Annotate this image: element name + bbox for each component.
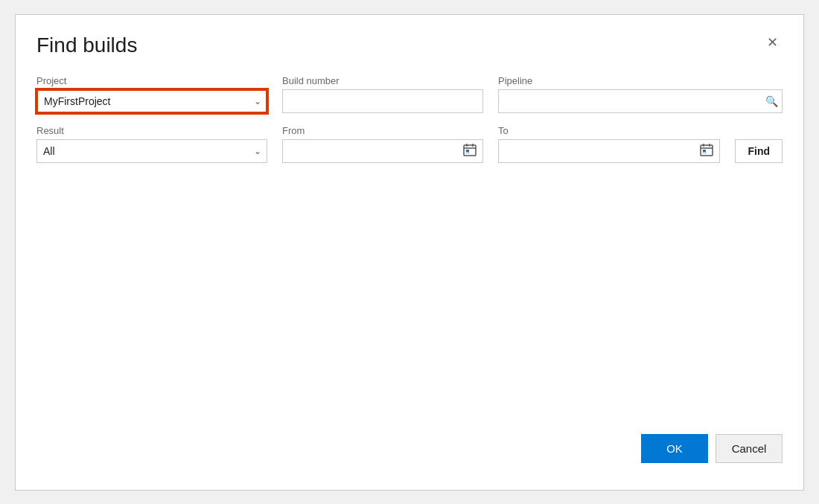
project-select[interactable]: MyFirstProject Project2 Project3: [36, 89, 267, 113]
pipeline-input-wrapper: 🔍: [498, 89, 783, 113]
result-field: Result All Succeeded Failed Canceled Par…: [36, 125, 267, 163]
find-builds-dialog: Find builds ✕ Project MyFirstProject Pro…: [15, 14, 804, 491]
result-select[interactable]: All Succeeded Failed Canceled PartiallyS…: [36, 139, 267, 163]
project-select-wrapper: MyFirstProject Project2 Project3 ⌄: [36, 89, 267, 113]
project-label: Project: [36, 75, 267, 86]
dialog-title: Find builds: [36, 33, 137, 58]
form-area: Project MyFirstProject Project2 Project3…: [36, 75, 783, 403]
find-button[interactable]: Find: [735, 139, 783, 163]
result-select-wrapper: All Succeeded Failed Canceled PartiallyS…: [36, 139, 267, 163]
result-label: Result: [36, 125, 267, 136]
form-row-2: Result All Succeeded Failed Canceled Par…: [36, 125, 783, 163]
dialog-header: Find builds ✕: [36, 33, 783, 58]
form-row-1: Project MyFirstProject Project2 Project3…: [36, 75, 783, 113]
build-number-label: Build number: [282, 75, 483, 86]
from-label: From: [282, 125, 483, 136]
from-date-wrapper: 31: [282, 139, 483, 163]
from-field: From 31: [282, 125, 483, 163]
pipeline-input[interactable]: [498, 89, 783, 113]
build-number-field: Build number: [282, 75, 483, 113]
to-label: To: [498, 125, 720, 136]
project-field: Project MyFirstProject Project2 Project3…: [36, 75, 267, 113]
from-date-input[interactable]: [282, 139, 483, 163]
build-number-input[interactable]: [282, 89, 483, 113]
ok-button[interactable]: OK: [641, 434, 708, 463]
close-button[interactable]: ✕: [762, 33, 783, 52]
pipeline-label: Pipeline: [498, 75, 783, 86]
pipeline-field: Pipeline 🔍: [498, 75, 783, 113]
cancel-button[interactable]: Cancel: [716, 434, 783, 463]
to-field: To 31: [498, 125, 720, 163]
to-date-input[interactable]: [498, 139, 720, 163]
dialog-footer: OK Cancel: [36, 404, 783, 472]
to-date-wrapper: 31: [498, 139, 720, 163]
